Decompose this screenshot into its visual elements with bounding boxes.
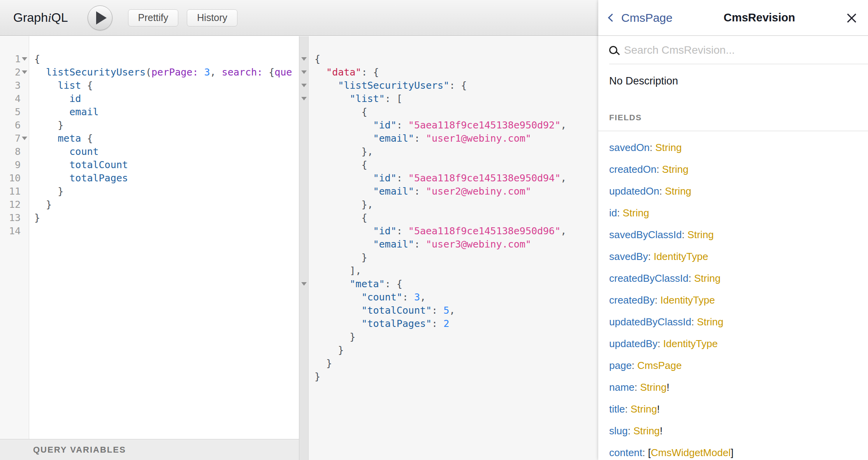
code-line[interactable]: count bbox=[34, 145, 292, 158]
field-name-link[interactable]: createdBy bbox=[609, 294, 655, 306]
type-name-link[interactable]: String bbox=[694, 272, 720, 284]
code-line: { bbox=[315, 158, 566, 172]
field-name-link[interactable]: content bbox=[609, 447, 642, 459]
doc-field-row: id: String bbox=[598, 202, 868, 224]
fold-caret-icon[interactable] bbox=[301, 84, 307, 87]
code-line[interactable] bbox=[34, 225, 292, 238]
field-name-link[interactable]: savedOn bbox=[609, 142, 650, 154]
code-line[interactable]: } bbox=[34, 119, 292, 132]
doc-field-row: createdOn: String bbox=[598, 158, 868, 180]
line-number: 1 bbox=[0, 53, 21, 66]
doc-field-row: updatedBy: IdentityType bbox=[598, 333, 868, 355]
code-line: "email": "user2@webiny.com" bbox=[315, 185, 566, 198]
line-number: 11 bbox=[0, 185, 21, 198]
field-name-link[interactable]: updatedOn bbox=[609, 185, 659, 197]
type-modifier: ! bbox=[660, 425, 662, 437]
fold-caret-icon[interactable] bbox=[22, 57, 27, 61]
type-description: No Description bbox=[609, 75, 857, 87]
type-name-link[interactable]: String bbox=[655, 142, 682, 154]
type-name-link[interactable]: String bbox=[697, 316, 723, 328]
code-line[interactable]: } bbox=[34, 185, 292, 198]
graphiql-logo: GraphiQL bbox=[13, 11, 68, 25]
type-name-link[interactable]: String bbox=[640, 381, 667, 393]
type-name-link[interactable]: CmsPage bbox=[637, 360, 682, 372]
code-line[interactable]: } bbox=[34, 211, 292, 225]
code-line[interactable]: { bbox=[34, 53, 292, 66]
code-line: "id": "5aea118f9ce145138e950d96", bbox=[315, 225, 566, 238]
type-name-link[interactable]: IdentityType bbox=[654, 251, 708, 263]
query-editor[interactable]: 1234567891011121314 { listSecurityUsers(… bbox=[0, 36, 299, 460]
fold-caret-icon[interactable] bbox=[22, 70, 27, 74]
history-button[interactable]: History bbox=[187, 9, 237, 26]
type-name-link[interactable]: String bbox=[665, 185, 691, 197]
field-name-link[interactable]: id bbox=[609, 207, 617, 219]
fold-caret-icon[interactable] bbox=[301, 57, 307, 61]
field-name-link[interactable]: updatedByClassId bbox=[609, 316, 691, 328]
code-line: }, bbox=[315, 145, 566, 158]
line-number: 10 bbox=[0, 172, 21, 185]
code-line[interactable]: id bbox=[34, 92, 292, 105]
line-number: 13 bbox=[0, 211, 21, 225]
doc-field-row: slug: String! bbox=[598, 420, 868, 442]
execute-query-button[interactable] bbox=[88, 5, 112, 30]
type-name-link[interactable]: String bbox=[633, 425, 660, 437]
field-colon: : bbox=[632, 360, 637, 372]
code-line[interactable]: totalCount bbox=[34, 158, 292, 172]
field-name-link[interactable]: savedByClassId bbox=[609, 229, 682, 241]
field-name-link[interactable]: slug bbox=[609, 425, 628, 437]
field-name-link[interactable]: name bbox=[609, 381, 634, 393]
type-name-link[interactable]: CmsWidgetModel bbox=[651, 447, 731, 459]
code-line[interactable]: email bbox=[34, 105, 292, 119]
code-line[interactable]: list { bbox=[34, 79, 292, 92]
code-line: { bbox=[315, 105, 566, 119]
code-line: "email": "user3@webiny.com" bbox=[315, 238, 566, 251]
fold-caret-icon[interactable] bbox=[301, 282, 307, 286]
type-name-link[interactable]: String bbox=[631, 403, 657, 415]
code-line: } bbox=[315, 357, 566, 370]
type-modifier: ] bbox=[731, 447, 733, 459]
field-name-link[interactable]: savedBy bbox=[609, 251, 648, 263]
fields-section-label: FIELDS bbox=[598, 113, 868, 131]
close-icon[interactable] bbox=[846, 12, 857, 23]
field-name-link[interactable]: createdByClassId bbox=[609, 272, 689, 284]
type-name-link[interactable]: String bbox=[687, 229, 714, 241]
doc-field-row: createdByClassId: String bbox=[598, 267, 868, 289]
prettify-button[interactable]: Prettify bbox=[128, 9, 179, 26]
doc-search-input[interactable] bbox=[624, 44, 857, 56]
code-line: "id": "5aea118f9ce145138e950d92", bbox=[315, 119, 566, 132]
field-name-link[interactable]: createdOn bbox=[609, 163, 656, 176]
doc-field-row: page: CmsPage bbox=[598, 355, 868, 376]
code-line: }, bbox=[315, 198, 566, 211]
code-line: "email": "user1@webiny.com" bbox=[315, 132, 566, 145]
editor-region: GraphiQL Prettify History 12345678910111… bbox=[0, 0, 598, 460]
fields-list: savedOn: StringcreatedOn: StringupdatedO… bbox=[598, 131, 868, 460]
code-line[interactable]: meta { bbox=[34, 132, 292, 145]
code-line: { bbox=[315, 53, 566, 66]
field-colon: : bbox=[634, 381, 640, 393]
query-variables-bar[interactable]: QUERY VARIABLES bbox=[0, 439, 299, 460]
code-line: "totalCount": 5, bbox=[315, 304, 566, 317]
fold-caret-icon[interactable] bbox=[22, 137, 27, 140]
field-colon: : bbox=[617, 207, 622, 219]
fold-caret-icon[interactable] bbox=[301, 70, 307, 74]
query-code[interactable]: { listSecurityUsers(perPage: 3, search: … bbox=[34, 53, 292, 238]
field-name-link[interactable]: title bbox=[609, 403, 625, 415]
code-line[interactable]: totalPages bbox=[34, 172, 292, 185]
field-name-link[interactable]: updatedBy bbox=[609, 338, 657, 350]
code-line[interactable]: listSecurityUsers(perPage: 3, search: {q… bbox=[34, 66, 292, 79]
doc-back-link[interactable]: CmsPage bbox=[609, 11, 673, 25]
fold-caret-icon[interactable] bbox=[301, 97, 307, 100]
field-colon: : bbox=[689, 272, 694, 284]
type-name-link[interactable]: IdentityType bbox=[663, 338, 718, 350]
field-colon: : bbox=[625, 403, 630, 415]
code-line[interactable]: } bbox=[34, 198, 292, 211]
type-name-link[interactable]: String bbox=[662, 163, 689, 176]
response-viewer: { "data": { "listSecurityUsers": { "list… bbox=[309, 36, 598, 460]
code-line: "meta": { bbox=[315, 277, 566, 291]
doc-field-row: title: String! bbox=[598, 398, 868, 420]
type-name-link[interactable]: String bbox=[623, 207, 649, 219]
type-name-link[interactable]: IdentityType bbox=[661, 294, 715, 306]
line-number: 5 bbox=[0, 105, 21, 119]
field-name-link[interactable]: page bbox=[609, 360, 632, 372]
field-colon: : bbox=[682, 229, 687, 241]
